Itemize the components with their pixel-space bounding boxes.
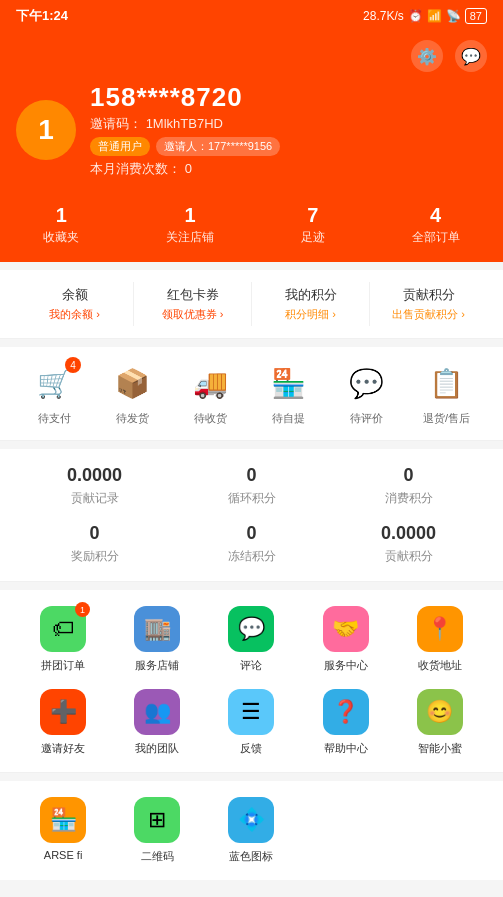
order-pending-review[interactable]: 💬 待评价 [345, 361, 389, 426]
menu-section: 🏷 1 拼团订单 🏬 服务店铺 💬 评论 🤝 服务中心 📍 收货地址 ➕ 邀请好… [0, 590, 503, 772]
stat-all-orders[interactable]: 4 全部订单 [412, 204, 460, 246]
arse-fi-icon: 🏪 [40, 797, 86, 843]
qrcode-icon: ⊞ [134, 797, 180, 843]
menu-feedback[interactable]: ☰ 反馈 [204, 689, 298, 756]
profile-row: 1 158****8720 邀请码： 1MlkhTB7HD 普通用户 邀请人：1… [16, 82, 487, 178]
status-icons: 28.7K/s ⏰ 📶 📡 87 [363, 8, 487, 24]
message-button[interactable]: 💬 [455, 40, 487, 72]
stat-footprint[interactable]: 7 足迹 [301, 204, 325, 246]
my-team-icon: 👥 [134, 689, 180, 735]
inviter-tag: 邀请人：177*****9156 [156, 137, 280, 156]
wallet-section: 余额 我的余额 › 红包卡券 领取优惠券 › 我的积分 积分明细 › 贡献积分 … [0, 270, 503, 338]
alarm-icon: ⏰ [408, 9, 423, 23]
smart-bee-icon: 😊 [417, 689, 463, 735]
pending-payment-badge: 4 [65, 357, 81, 373]
order-pending-ship[interactable]: 📦 待发货 [111, 361, 155, 426]
status-time: 下午1:24 [16, 7, 68, 25]
menu-qrcode[interactable]: ⊞ 二维码 [110, 797, 204, 864]
pending-pickup-icon: 🏪 [271, 367, 306, 400]
menu-grid: 🏷 1 拼团订单 🏬 服务店铺 💬 评论 🤝 服务中心 📍 收货地址 ➕ 邀请好… [16, 606, 487, 756]
menu-comment[interactable]: 💬 评论 [204, 606, 298, 673]
pending-ship-icon: 📦 [115, 367, 150, 400]
menu-address[interactable]: 📍 收货地址 [393, 606, 487, 673]
header-icons-row: ⚙️ 💬 [16, 40, 487, 72]
wallet-coupon[interactable]: 红包卡券 领取优惠券 › [134, 282, 252, 326]
tags-row: 普通用户 邀请人：177*****9156 [90, 137, 487, 156]
order-pending-pickup[interactable]: 🏪 待自提 [267, 361, 311, 426]
pending-receive-icon: 🚚 [193, 367, 228, 400]
invite-code: 邀请码： 1MlkhTB7HD [90, 115, 487, 133]
menu-smart-bee[interactable]: 😊 智能小蜜 [393, 689, 487, 756]
point-contribution: 0.0000 贡献积分 [330, 523, 487, 565]
menu-service-center[interactable]: 🤝 服务中心 [299, 606, 393, 673]
returns-icon: 📋 [429, 367, 464, 400]
group-order-icon: 🏷 1 [40, 606, 86, 652]
menu-invite[interactable]: ➕ 邀请好友 [16, 689, 110, 756]
order-pending-payment[interactable]: 🛒 4 待支付 [33, 361, 77, 426]
stat-followed-shops[interactable]: 1 关注店铺 [166, 204, 214, 246]
points-section: 0.0000 贡献记录 0 循环积分 0 消费积分 0 奖励积分 0 冻结积分 … [0, 449, 503, 581]
order-pending-receive[interactable]: 🚚 待收货 [189, 361, 233, 426]
order-section: 🛒 4 待支付 📦 待发货 🚚 待收货 🏪 待自提 [0, 347, 503, 440]
profile-info: 158****8720 邀请码： 1MlkhTB7HD 普通用户 邀请人：177… [90, 82, 487, 178]
menu-help[interactable]: ❓ 帮助中心 [299, 689, 393, 756]
bottom-section: 🏪 ARSE fi ⊞ 二维码 💠 蓝色图标 [0, 781, 503, 880]
point-contribution-record: 0.0000 贡献记录 [16, 465, 173, 507]
menu-my-team[interactable]: 👥 我的团队 [110, 689, 204, 756]
menu-arse-fi[interactable]: 🏪 ARSE fi [16, 797, 110, 864]
help-icon: ❓ [323, 689, 369, 735]
speed-indicator: 28.7K/s [363, 9, 404, 23]
invite-icon: ➕ [40, 689, 86, 735]
address-icon: 📍 [417, 606, 463, 652]
stat-favorites[interactable]: 1 收藏夹 [43, 204, 79, 246]
point-cycle: 0 循环积分 [173, 465, 330, 507]
header-section: ⚙️ 💬 1 158****8720 邀请码： 1MlkhTB7HD 普通用户 … [0, 32, 503, 194]
point-consume: 0 消费积分 [330, 465, 487, 507]
avatar: 1 [16, 100, 76, 160]
phone-number: 158****8720 [90, 82, 487, 113]
wallet-points[interactable]: 我的积分 积分明细 › [252, 282, 370, 326]
battery-icon: 87 [465, 8, 487, 24]
wifi-icon: 📡 [446, 9, 461, 23]
settings-button[interactable]: ⚙️ [411, 40, 443, 72]
order-returns[interactable]: 📋 退货/售后 [423, 361, 470, 426]
point-reward: 0 奖励积分 [16, 523, 173, 565]
stats-row: 1 收藏夹 1 关注店铺 7 足迹 4 全部订单 [0, 194, 503, 262]
menu-group-order[interactable]: 🏷 1 拼团订单 [16, 606, 110, 673]
menu-blue-icon[interactable]: 💠 蓝色图标 [204, 797, 298, 864]
comment-icon: 💬 [228, 606, 274, 652]
divider-1 [0, 338, 503, 339]
divider-2 [0, 440, 503, 441]
pending-review-icon: 💬 [349, 367, 384, 400]
consume-count: 本月消费次数： 0 [90, 160, 487, 178]
blue-menu-icon: 💠 [228, 797, 274, 843]
wallet-balance[interactable]: 余额 我的余额 › [16, 282, 134, 326]
pending-payment-icon: 🛒 [37, 367, 72, 400]
menu-service-shop[interactable]: 🏬 服务店铺 [110, 606, 204, 673]
group-order-badge: 1 [75, 602, 90, 617]
divider-3 [0, 581, 503, 582]
points-grid: 0.0000 贡献记录 0 循环积分 0 消费积分 0 奖励积分 0 冻结积分 … [16, 465, 487, 565]
service-center-icon: 🤝 [323, 606, 369, 652]
user-type-tag: 普通用户 [90, 137, 150, 156]
point-frozen: 0 冻结积分 [173, 523, 330, 565]
service-shop-icon: 🏬 [134, 606, 180, 652]
status-bar: 下午1:24 28.7K/s ⏰ 📶 📡 87 [0, 0, 503, 32]
bottom-menu-grid: 🏪 ARSE fi ⊞ 二维码 💠 蓝色图标 [16, 797, 487, 864]
signal-icon: 📶 [427, 9, 442, 23]
feedback-icon: ☰ [228, 689, 274, 735]
wallet-contribution[interactable]: 贡献积分 出售贡献积分 › [370, 282, 487, 326]
order-icons-row: 🛒 4 待支付 📦 待发货 🚚 待收货 🏪 待自提 [16, 361, 487, 426]
divider-4 [0, 772, 503, 773]
